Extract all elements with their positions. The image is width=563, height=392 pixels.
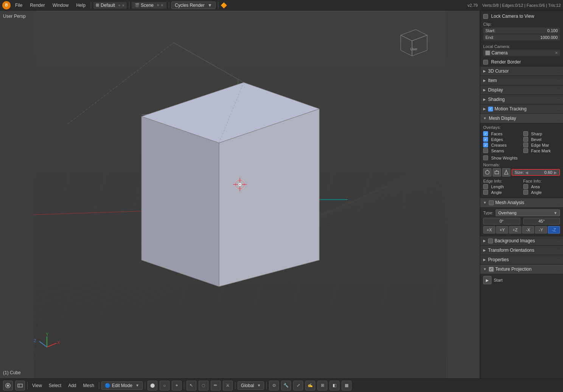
normals-size-field[interactable]: Size: ◀ 0.60 ▶: [512, 169, 560, 176]
global-selector[interactable]: Global ▼: [238, 381, 264, 390]
type-select[interactable]: Overhang ▼: [496, 209, 560, 216]
statusbar-render-icon[interactable]: [15, 381, 25, 390]
normals-split-btn[interactable]: [502, 168, 510, 177]
edges-checkbox[interactable]: ✓: [483, 137, 488, 142]
section-mesh-display[interactable]: ▼ Mesh Display ···: [480, 113, 563, 123]
clip-end-row[interactable]: End: 1000.000: [483, 34, 560, 40]
statusbar-grease-icon[interactable]: ✍: [305, 381, 315, 390]
face-mark-checkbox[interactable]: [523, 148, 528, 153]
degree-0-field[interactable]: 0°: [483, 218, 520, 225]
mesh-analysis-checkbox[interactable]: [489, 200, 494, 205]
normals-size-chevron-left[interactable]: ◀: [525, 170, 528, 175]
section-display[interactable]: ▶ Display ···: [480, 85, 563, 95]
overlay-creases[interactable]: ✓ Creases: [483, 143, 520, 147]
statusbar-proportional-icon[interactable]: ⊙: [269, 381, 279, 390]
section-transform-orientations[interactable]: ▶ Transform Orientations ···: [480, 245, 563, 255]
statusbar-select-tool[interactable]: ↖: [187, 381, 196, 390]
overlay-edge-mar[interactable]: Edge Mar: [523, 143, 560, 147]
face-area-item[interactable]: Area: [523, 184, 560, 189]
section-motion-tracking[interactable]: ▶ ✓ Motion Tracking ···: [480, 104, 563, 113]
section-mesh-analysis[interactable]: ▼ Mesh Analysis ···: [480, 198, 563, 207]
axis-nx-btn[interactable]: -X: [522, 226, 534, 234]
axis-nz-btn[interactable]: -Z: [548, 226, 560, 234]
render-engine-selector[interactable]: Cycles Render ▼: [171, 2, 216, 9]
blender-icon[interactable]: B: [2, 1, 11, 9]
bevel-checkbox[interactable]: [523, 137, 528, 142]
scene-close[interactable]: ×: [161, 3, 163, 8]
statusbar-lasso-icon[interactable]: ◌: [199, 381, 208, 390]
face-area-checkbox[interactable]: [523, 184, 528, 189]
statusbar-xray-icon[interactable]: ◧: [330, 381, 339, 390]
section-item[interactable]: ▶ Item ···: [480, 76, 563, 85]
statusbar-wireframe-icon[interactable]: ○: [160, 381, 170, 390]
scene-plus[interactable]: +: [157, 3, 159, 8]
axis-ny-btn[interactable]: -Y: [535, 226, 547, 234]
bg-checkbox[interactable]: [488, 239, 493, 243]
menu-render[interactable]: Render: [27, 2, 48, 9]
menu-file[interactable]: File: [12, 2, 25, 9]
motion-tracking-checkbox[interactable]: ✓: [488, 107, 493, 112]
menu-help[interactable]: Help: [73, 2, 89, 9]
add-label[interactable]: Add: [66, 382, 78, 389]
scene-selector[interactable]: 🎬 Scene + ×: [132, 2, 166, 9]
edge-angle-checkbox[interactable]: [483, 190, 488, 195]
menu-window[interactable]: Window: [50, 2, 72, 9]
workspace-close[interactable]: ×: [122, 3, 124, 8]
edge-mar-checkbox[interactable]: [523, 143, 528, 147]
statusbar-solid-icon[interactable]: ⬤: [148, 381, 157, 390]
section-shading[interactable]: ▶ Shading ···: [480, 95, 563, 104]
axis-py-btn[interactable]: +Y: [496, 226, 508, 234]
normals-vertex-btn[interactable]: [483, 168, 491, 177]
overlay-show-weights[interactable]: Show Weights: [483, 155, 560, 160]
statusbar-onion-icon[interactable]: ⊞: [317, 381, 327, 390]
mode-selector[interactable]: 🔵 Edit Mode ▼: [101, 381, 143, 390]
axis-px-btn[interactable]: +X: [483, 226, 495, 234]
creases-checkbox[interactable]: ✓: [483, 143, 488, 147]
face-angle-item[interactable]: Angle: [523, 190, 560, 195]
edge-length-checkbox[interactable]: [483, 184, 488, 189]
section-background-images[interactable]: ▶ Background Images ···: [480, 236, 563, 245]
section-3d-cursor[interactable]: ▶ 3D Cursor ···: [480, 66, 563, 76]
render-border-checkbox[interactable]: [483, 60, 488, 65]
section-texture-projection[interactable]: ▼ Texture Projection ···: [480, 264, 563, 274]
statusbar-overlay-icon[interactable]: ▦: [342, 381, 351, 390]
statusbar-snap-icon[interactable]: ⌖: [172, 381, 182, 390]
statusbar-knife-icon[interactable]: ⚔: [223, 381, 233, 390]
view-label[interactable]: View: [30, 382, 44, 389]
play-button[interactable]: ▶: [483, 276, 491, 284]
tex-checkbox[interactable]: [489, 267, 494, 272]
section-properties[interactable]: ▶ Properties ···: [480, 255, 563, 264]
edge-angle-item[interactable]: Angle: [483, 190, 520, 195]
workspace-selector[interactable]: ⊞ Default + ×: [93, 2, 127, 9]
workspace-plus[interactable]: +: [118, 3, 120, 8]
select-label[interactable]: Select: [47, 382, 64, 389]
mesh-label[interactable]: Mesh: [81, 382, 96, 389]
normals-face-btn[interactable]: [493, 168, 501, 177]
lock-camera-row[interactable]: Lock Camera to View: [480, 12, 563, 20]
render-border-row[interactable]: Render Border: [480, 58, 563, 66]
local-camera-field[interactable]: Camera ×: [483, 50, 560, 56]
local-camera-clear[interactable]: ×: [555, 50, 558, 56]
overlay-seams[interactable]: Seams: [483, 148, 520, 153]
axis-pz-btn[interactable]: +Z: [509, 226, 521, 234]
clip-start-row[interactable]: Start: 0.100: [483, 28, 560, 34]
face-angle-checkbox[interactable]: [523, 190, 528, 195]
show-weights-checkbox[interactable]: [483, 155, 488, 160]
degree-45-field[interactable]: 45°: [523, 218, 560, 225]
viewport-3d[interactable]: User Persp: [0, 11, 480, 378]
lock-camera-checkbox[interactable]: [483, 14, 488, 19]
statusbar-view-icon[interactable]: [3, 381, 13, 390]
statusbar-magnet-icon[interactable]: 🔧: [281, 381, 291, 390]
overlay-face-mark[interactable]: Face Mark: [523, 148, 560, 153]
faces-checkbox[interactable]: ✓: [483, 131, 488, 136]
overlay-sharp[interactable]: Sharp: [523, 131, 560, 136]
overlay-bevel[interactable]: Bevel: [523, 137, 560, 142]
edge-length-item[interactable]: Length: [483, 184, 520, 189]
normals-size-chevron-right[interactable]: ▶: [554, 170, 557, 175]
sharp-checkbox[interactable]: [523, 131, 528, 136]
seams-checkbox[interactable]: [483, 148, 488, 153]
overlay-edges[interactable]: ✓ Edges: [483, 137, 520, 142]
statusbar-paint-icon[interactable]: ✏: [211, 381, 221, 390]
overlay-faces[interactable]: ✓ Faces: [483, 131, 520, 136]
statusbar-mirror-icon[interactable]: ⤢: [293, 381, 303, 390]
